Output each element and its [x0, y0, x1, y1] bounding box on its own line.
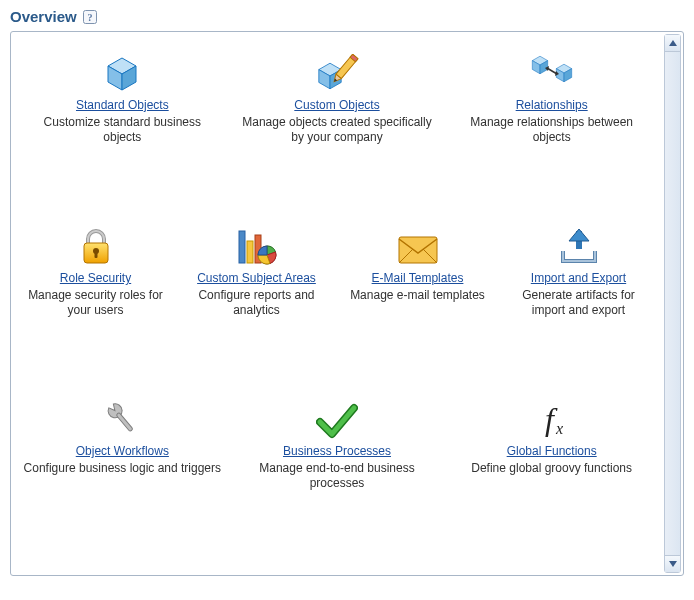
tile-desc: Customize standard business objects [23, 115, 222, 145]
tile-standard-objects[interactable]: Standard Objects Customize standard busi… [15, 44, 230, 217]
lock-icon [79, 223, 113, 267]
tile-relationships[interactable]: Relationships Manage relationships betwe… [444, 44, 659, 217]
svg-rect-23 [239, 231, 245, 263]
tile-desc: Generate artifacts for import and export [506, 288, 651, 318]
panel-header: Overview ? [10, 4, 684, 31]
tile-link[interactable]: E-Mail Templates [372, 271, 464, 286]
svg-marker-33 [669, 561, 677, 567]
chart-icon [237, 223, 277, 267]
tile-desc: Manage relationships between objects [452, 115, 651, 145]
tile-row-2: Role Security Manage security roles for … [15, 217, 659, 390]
tile-import-export[interactable]: Import and Export Generate artifacts for… [498, 217, 659, 390]
tile-global-functions[interactable]: f x Global Functions Define global groov… [444, 390, 659, 563]
tile-desc: Manage e-mail templates [350, 288, 485, 303]
tile-row-3: Object Workflows Configure business logi… [15, 390, 659, 563]
svg-rect-27 [399, 237, 437, 263]
help-icon[interactable]: ? [83, 10, 97, 24]
tile-desc: Configure reports and analytics [184, 288, 329, 318]
tile-desc: Manage objects created specifically by y… [238, 115, 437, 145]
envelope-icon [397, 223, 439, 267]
svg-text:x: x [555, 420, 563, 437]
tile-link[interactable]: Relationships [516, 98, 588, 113]
tile-desc: Configure business logic and triggers [24, 461, 221, 476]
page-title: Overview [10, 8, 77, 25]
cube-icon [102, 50, 142, 94]
tile-business-processes[interactable]: Business Processes Manage end-to-end bus… [230, 390, 445, 563]
import-export-icon [557, 223, 601, 267]
cubes-linked-icon [527, 50, 577, 94]
svg-marker-28 [569, 229, 589, 241]
checkmark-icon [316, 396, 358, 440]
tile-email-templates[interactable]: E-Mail Templates Manage e-mail templates [337, 217, 498, 390]
tile-link[interactable]: Custom Subject Areas [197, 271, 316, 286]
svg-text:?: ? [87, 12, 92, 23]
tile-grid: Standard Objects Customize standard busi… [15, 44, 659, 563]
overview-panel: Overview ? [0, 0, 694, 600]
tile-role-security[interactable]: Role Security Manage security roles for … [15, 217, 176, 390]
content-frame: Standard Objects Customize standard busi… [10, 31, 684, 576]
svg-rect-29 [116, 412, 133, 431]
svg-rect-24 [247, 241, 253, 263]
tile-link[interactable]: Custom Objects [294, 98, 379, 113]
tile-link[interactable]: Import and Export [531, 271, 626, 286]
tile-link[interactable]: Business Processes [283, 444, 391, 459]
tile-link[interactable]: Object Workflows [76, 444, 169, 459]
tile-desc: Define global groovy functions [471, 461, 632, 476]
tile-object-workflows[interactable]: Object Workflows Configure business logi… [15, 390, 230, 563]
tile-link[interactable]: Standard Objects [76, 98, 169, 113]
scroll-down-arrow[interactable] [665, 555, 680, 572]
content-area: Standard Objects Customize standard busi… [11, 32, 663, 575]
vertical-scrollbar[interactable] [664, 34, 681, 573]
tile-row-1: Standard Objects Customize standard busi… [15, 44, 659, 217]
scroll-up-arrow[interactable] [665, 35, 680, 52]
svg-rect-22 [94, 252, 97, 258]
tile-custom-objects[interactable]: Custom Objects Manage objects created sp… [230, 44, 445, 217]
wrench-icon [101, 396, 143, 440]
function-icon: f x [532, 396, 572, 440]
svg-marker-32 [669, 40, 677, 46]
tile-link[interactable]: Role Security [60, 271, 131, 286]
tile-desc: Manage end-to-end business processes [238, 461, 437, 491]
tile-custom-subject-areas[interactable]: Custom Subject Areas Configure reports a… [176, 217, 337, 390]
tile-link[interactable]: Global Functions [507, 444, 597, 459]
tile-desc: Manage security roles for your users [23, 288, 168, 318]
cube-pencil-icon [314, 50, 360, 94]
